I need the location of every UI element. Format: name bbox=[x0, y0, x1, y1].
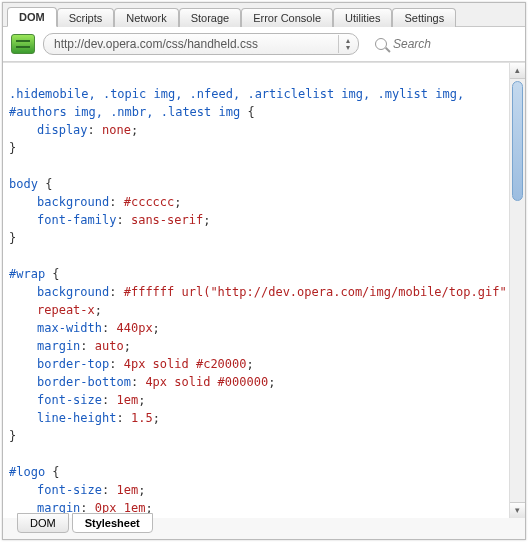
css-source[interactable]: .hidemobile, .topic img, .nfeed, .articl… bbox=[9, 67, 507, 514]
top-tab-settings[interactable]: Settings bbox=[392, 8, 456, 27]
top-tab-dom[interactable]: DOM bbox=[7, 7, 57, 27]
code-area: .hidemobile, .topic img, .nfeed, .articl… bbox=[3, 62, 525, 518]
resource-icon bbox=[11, 34, 35, 54]
search-icon bbox=[375, 38, 387, 50]
top-tab-bar: DOM Scripts Network Storage Error Consol… bbox=[3, 3, 525, 27]
top-tab-utilities[interactable]: Utilities bbox=[333, 8, 392, 27]
bottom-tab-stylesheet[interactable]: Stylesheet bbox=[72, 513, 153, 533]
toolbar: http://dev.opera.com/css/handheld.css ▴ … bbox=[3, 27, 525, 62]
top-tab-storage[interactable]: Storage bbox=[179, 8, 242, 27]
url-selector[interactable]: http://dev.opera.com/css/handheld.css ▴ … bbox=[43, 33, 359, 55]
scroll-up-button[interactable]: ▴ bbox=[510, 63, 525, 79]
bottom-tab-dom[interactable]: DOM bbox=[17, 513, 69, 533]
search-input[interactable] bbox=[393, 37, 503, 51]
top-tab-network[interactable]: Network bbox=[114, 8, 178, 27]
chevron-down-icon: ▾ bbox=[346, 44, 350, 51]
vertical-scrollbar[interactable]: ▴ ▾ bbox=[509, 63, 525, 518]
top-tab-scripts[interactable]: Scripts bbox=[57, 8, 115, 27]
url-stepper[interactable]: ▴ ▾ bbox=[338, 35, 356, 53]
top-tab-error-console[interactable]: Error Console bbox=[241, 8, 333, 27]
scroll-down-button[interactable]: ▾ bbox=[510, 502, 525, 518]
bottom-tab-bar: DOM Stylesheet bbox=[17, 513, 153, 533]
url-text: http://dev.opera.com/css/handheld.css bbox=[54, 37, 338, 51]
devtools-window: DOM Scripts Network Storage Error Consol… bbox=[2, 2, 526, 540]
search-box bbox=[367, 33, 517, 55]
scroll-thumb[interactable] bbox=[512, 81, 523, 201]
